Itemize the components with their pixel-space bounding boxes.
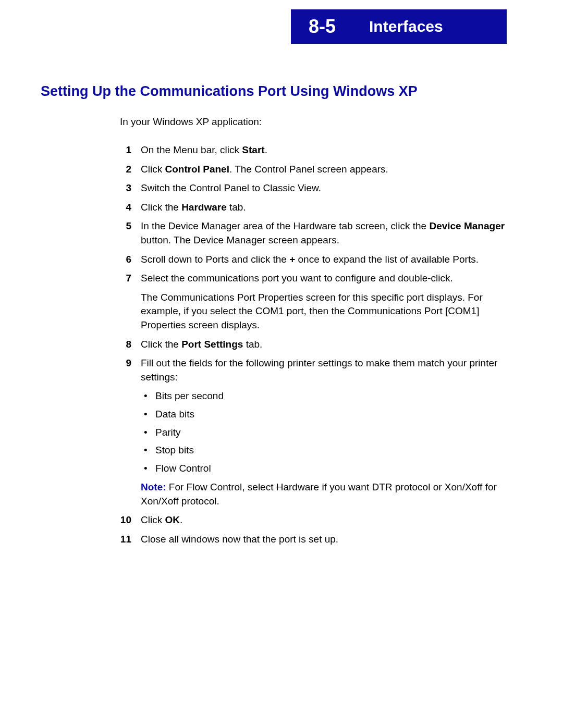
chapter-title: Interfaces	[353, 9, 507, 44]
bold-text: Start	[242, 144, 264, 155]
step-number: 1	[120, 143, 141, 157]
step-body: In the Device Manager area of the Hardwa…	[141, 219, 507, 247]
bold-text: +	[289, 254, 295, 265]
step-paragraph: Switch the Control Panel to Classic View…	[141, 181, 507, 195]
step-item: 6Scroll down to Ports and click the + on…	[120, 253, 507, 267]
step-body: Click OK.	[141, 513, 507, 527]
step-item: 10Click OK.	[120, 513, 507, 527]
bullet-text: Data bits	[155, 408, 507, 422]
step-number: 10	[120, 513, 141, 527]
bullet-text: Flow Control	[155, 462, 507, 476]
step-paragraph: In the Device Manager area of the Hardwa…	[141, 219, 507, 247]
step-body: Close all windows now that the port is s…	[141, 533, 507, 547]
bullet-item: •Data bits	[141, 408, 507, 422]
step-number: 2	[120, 163, 141, 177]
note-label: Note:	[141, 482, 166, 492]
step-paragraph: Scroll down to Ports and click the + onc…	[141, 253, 507, 267]
step-list: 1On the Menu bar, click Start.2Click Con…	[120, 143, 507, 547]
step-paragraph: Click the Port Settings tab.	[141, 338, 507, 352]
step-paragraph: Close all windows now that the port is s…	[141, 533, 507, 547]
step-paragraph: Click OK.	[141, 513, 507, 527]
step-paragraph: Click the Hardware tab.	[141, 201, 507, 215]
page-number: 8-5	[291, 9, 353, 44]
step-body: Click the Port Settings tab.	[141, 338, 507, 352]
bullet-item: •Bits per second	[141, 389, 507, 403]
bullet-dot-icon: •	[141, 408, 155, 422]
bullet-text: Stop bits	[155, 443, 507, 458]
step-number: 9	[120, 356, 141, 508]
step-paragraph: Click Control Panel. The Control Panel s…	[141, 163, 507, 177]
bold-text: Device Manager	[429, 220, 505, 231]
step-body: Fill out the fields for the following pr…	[141, 356, 507, 508]
step-number: 3	[120, 181, 141, 195]
step-number: 11	[120, 533, 141, 547]
bullet-list: •Bits per second•Data bits•Parity•Stop b…	[141, 389, 507, 475]
bullet-item: •Parity	[141, 426, 507, 440]
step-number: 6	[120, 253, 141, 267]
bullet-item: •Flow Control	[141, 462, 507, 476]
step-paragraph: On the Menu bar, click Start.	[141, 143, 507, 157]
step-item: 3Switch the Control Panel to Classic Vie…	[120, 181, 507, 195]
bold-text: Port Settings	[181, 339, 243, 350]
page-header: 8-5 Interfaces	[291, 9, 507, 44]
step-item: 5In the Device Manager area of the Hardw…	[120, 219, 507, 247]
step-number: 7	[120, 272, 141, 332]
bullet-dot-icon: •	[141, 426, 155, 440]
bold-text: OK	[165, 514, 180, 525]
step-paragraph: The Communications Port Properties scree…	[141, 291, 507, 332]
step-body: Scroll down to Ports and click the + onc…	[141, 253, 507, 267]
page-content: Setting Up the Communications Port Using…	[41, 83, 507, 552]
step-paragraph: Select the communications port you want …	[141, 272, 507, 286]
step-item: 1On the Menu bar, click Start.	[120, 143, 507, 157]
step-item: 9Fill out the fields for the following p…	[120, 356, 507, 508]
step-item: 8Click the Port Settings tab.	[120, 338, 507, 352]
step-number: 5	[120, 219, 141, 247]
step-body: Select the communications port you want …	[141, 272, 507, 332]
note: Note: For Flow Control, select Hardware …	[141, 480, 507, 508]
bullet-text: Bits per second	[155, 389, 507, 403]
intro-text: In your Windows XP application:	[120, 116, 507, 128]
step-paragraph: Fill out the fields for the following pr…	[141, 356, 507, 384]
bullet-item: •Stop bits	[141, 443, 507, 458]
step-item: 2Click Control Panel. The Control Panel …	[120, 163, 507, 177]
step-item: 7Select the communications port you want…	[120, 272, 507, 332]
bullet-text: Parity	[155, 426, 507, 440]
bullet-dot-icon: •	[141, 462, 155, 476]
step-number: 4	[120, 201, 141, 215]
step-body: Click the Hardware tab.	[141, 201, 507, 215]
bold-text: Control Panel	[165, 164, 229, 175]
step-body: Click Control Panel. The Control Panel s…	[141, 163, 507, 177]
bullet-dot-icon: •	[141, 443, 155, 458]
step-body: Switch the Control Panel to Classic View…	[141, 181, 507, 195]
section-title: Setting Up the Communications Port Using…	[41, 83, 507, 100]
step-item: 11Close all windows now that the port is…	[120, 533, 507, 547]
step-item: 4Click the Hardware tab.	[120, 201, 507, 215]
step-body: On the Menu bar, click Start.	[141, 143, 507, 157]
step-number: 8	[120, 338, 141, 352]
bullet-dot-icon: •	[141, 389, 155, 403]
bold-text: Hardware	[181, 202, 227, 213]
